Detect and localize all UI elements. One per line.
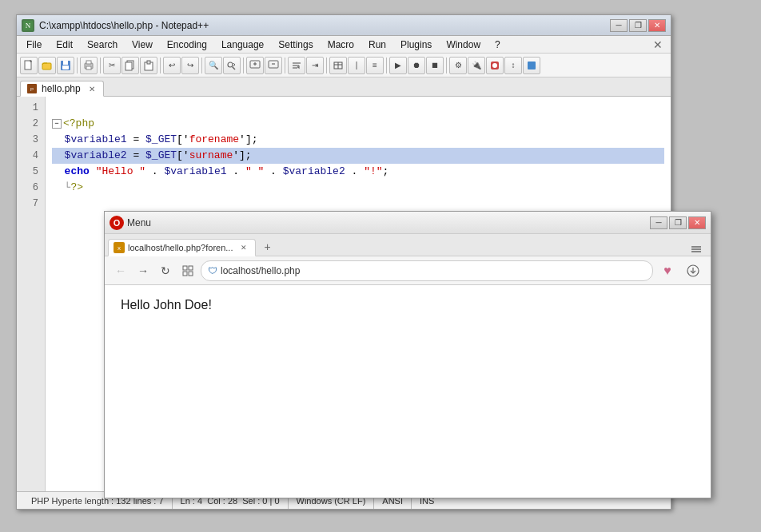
browser-restore-button[interactable]: ❐ <box>669 216 687 229</box>
menu-macro[interactable]: Macro <box>321 37 361 53</box>
toolbar-open[interactable] <box>38 57 56 74</box>
svg-rect-7 <box>62 66 69 69</box>
page-text: Hello John Doe! <box>121 298 695 312</box>
opera-logo: O <box>110 216 124 230</box>
code-line-3: $variable1 = $_GET['forename']; <box>52 132 664 148</box>
svg-rect-38 <box>183 272 187 276</box>
menu-plugins[interactable]: Plugins <box>394 37 438 53</box>
toolbar-sep-1 <box>77 58 78 73</box>
tab-label: hello.php <box>42 83 81 94</box>
line-numbers: 1 2 3 4 5 6 7 <box>17 97 46 509</box>
menu-file[interactable]: File <box>20 37 48 53</box>
fold-icon[interactable]: − <box>52 119 62 129</box>
toolbar-stop[interactable]: ⏹ <box>426 57 444 74</box>
toolbar-paste[interactable] <box>140 57 157 74</box>
line-num-6: 6 <box>17 180 42 196</box>
toolbar-undo[interactable]: ↩ <box>163 57 181 74</box>
menubar-close[interactable]: ✕ <box>648 38 667 51</box>
browser-tab-1[interactable]: x localhost/hello.php?foren... ✕ <box>108 239 256 256</box>
svg-rect-30 <box>528 62 536 69</box>
toolbar-sep-8 <box>386 58 387 73</box>
tab-close-icon[interactable]: ✕ <box>89 85 95 93</box>
code-line-1 <box>52 100 664 116</box>
browser-window: O Menu ─ ❐ ✕ x localhost/hello.php?foren… <box>104 211 711 498</box>
menu-search[interactable]: Search <box>81 37 124 53</box>
toolbar-find[interactable]: 🔍 <box>205 57 222 74</box>
svg-point-15 <box>228 62 233 67</box>
toolbar-cut[interactable]: ✂ <box>103 57 121 74</box>
svg-text:P: P <box>30 87 34 92</box>
toolbar-btn-9[interactable]: | <box>348 57 365 74</box>
back-button[interactable]: ← <box>111 261 130 280</box>
menu-language[interactable]: Language <box>215 37 270 53</box>
reload-button[interactable]: ↻ <box>156 261 175 280</box>
grid-button[interactable] <box>178 261 197 280</box>
code-line-5: echo "Hello " . $variable1 . " " . $vari… <box>52 164 664 180</box>
toolbar-sep-7 <box>326 58 327 73</box>
toolbar-save[interactable] <box>57 57 74 74</box>
toolbar-misc[interactable] <box>486 57 504 74</box>
forward-button[interactable]: → <box>133 261 153 280</box>
line-num-2: 2 <box>17 116 42 132</box>
browser-minimize-button[interactable]: ─ <box>650 216 667 229</box>
code-line-2: −<?php <box>52 116 664 132</box>
toolbar-btn-8[interactable] <box>329 57 347 74</box>
toolbar-btn-10[interactable]: ≡ <box>366 57 384 74</box>
npp-toolbar: ✂ ↩ ↪ 🔍 ⇥ | ≡ ▶ <box>17 54 671 77</box>
toolbar-sep-3 <box>160 58 161 73</box>
svg-rect-36 <box>183 266 187 270</box>
tab-hello-php[interactable]: P hello.php ✕ <box>20 81 104 97</box>
tab-close-btn[interactable]: ✕ <box>239 243 249 252</box>
minimize-button[interactable]: ─ <box>610 19 628 32</box>
svg-rect-2 <box>25 61 31 69</box>
browser-window-controls: ─ ❐ ✕ <box>650 216 706 229</box>
new-tab-button[interactable]: + <box>257 238 277 256</box>
toolbar-plugin[interactable]: 🔌 <box>468 57 485 74</box>
restore-button[interactable]: ❐ <box>629 19 647 32</box>
toolbar-record[interactable]: ⏺ <box>408 57 425 74</box>
toolbar-redo[interactable]: ↪ <box>181 57 199 74</box>
svg-rect-10 <box>86 66 91 69</box>
php-file-icon: P <box>27 84 37 93</box>
address-bar[interactable] <box>221 265 646 276</box>
toolbar-print[interactable] <box>80 57 98 74</box>
toolbar-misc3[interactable] <box>523 57 540 74</box>
toolbar-new[interactable] <box>20 57 38 74</box>
toolbar-wrap[interactable] <box>288 57 305 74</box>
svg-text:N: N <box>26 22 31 30</box>
menu-edit[interactable]: Edit <box>50 37 79 53</box>
browser-close-button[interactable]: ✕ <box>688 216 706 229</box>
browser-menu-icon[interactable] <box>690 243 703 256</box>
toolbar-run[interactable]: ▶ <box>389 57 407 74</box>
svg-rect-12 <box>126 62 132 70</box>
browser-page-content: Hello John Doe! <box>105 285 711 325</box>
toolbar-zoom-in[interactable] <box>246 57 264 74</box>
line-num-3: 3 <box>17 132 42 148</box>
menu-view[interactable]: View <box>126 37 159 53</box>
toolbar-copy[interactable] <box>122 57 139 74</box>
download-button[interactable] <box>682 260 704 282</box>
line-num-1: 1 <box>17 100 42 116</box>
address-bar-wrapper[interactable]: 🛡 <box>201 260 653 281</box>
toolbar-replace[interactable] <box>223 57 241 74</box>
svg-rect-9 <box>86 61 91 64</box>
toolbar-misc2[interactable]: ↕ <box>504 57 522 74</box>
browser-navbar: ← → ↻ 🛡 ♥ <box>105 256 711 285</box>
toolbar-indent[interactable]: ⇥ <box>306 57 324 74</box>
menu-window[interactable]: Window <box>440 37 487 53</box>
menu-run[interactable]: Run <box>362 37 392 53</box>
svg-rect-6 <box>63 61 68 65</box>
menu-encoding[interactable]: Encoding <box>161 37 213 53</box>
favorites-button[interactable]: ♥ <box>656 260 679 282</box>
code-line-4: $variable2 = $_GET['surname']; <box>52 148 664 164</box>
toolbar-zoom-out[interactable] <box>265 57 282 74</box>
toolbar-sep-9 <box>446 58 447 73</box>
npp-tabbar: P hello.php ✕ <box>17 77 671 97</box>
browser-title: Menu <box>127 217 650 228</box>
menu-settings[interactable]: Settings <box>272 37 319 53</box>
menu-help[interactable]: ? <box>488 37 507 53</box>
close-button[interactable]: ✕ <box>648 19 666 32</box>
toolbar-settings[interactable]: ⚙ <box>449 57 467 74</box>
npp-app-icon: N <box>22 19 34 32</box>
npp-title: C:\xampp\htdocs\hello.php - Notepad++ <box>39 20 610 31</box>
